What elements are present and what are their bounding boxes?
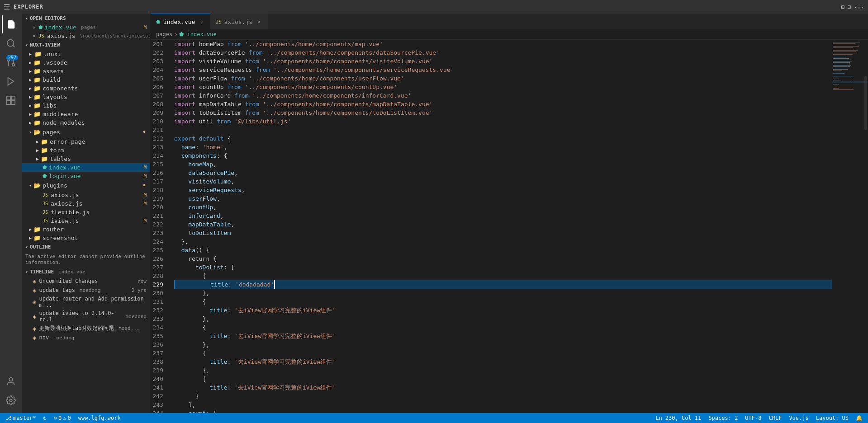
status-branch[interactable]: ⎇ master* bbox=[4, 415, 38, 421]
status-errors[interactable]: ⊗ 0 ⚠ 0 bbox=[52, 415, 73, 421]
status-language[interactable]: Vue.js bbox=[787, 415, 810, 421]
tab-index-vue[interactable]: ⬟ index.vue ✕ bbox=[151, 14, 210, 29]
code-line[interactable]: export default { bbox=[174, 134, 832, 143]
folder-plugins[interactable]: ▾ 📂 plugins • bbox=[22, 180, 150, 191]
open-editor-index-vue[interactable]: ✕ ⬟ index.vue pages M bbox=[22, 23, 150, 32]
code-line[interactable]: ], bbox=[174, 400, 832, 409]
status-layout[interactable]: Layout: US bbox=[814, 415, 850, 421]
folder-pages[interactable]: ▾ 📂 pages • bbox=[22, 127, 150, 137]
status-spaces[interactable]: Spaces: 2 bbox=[707, 415, 740, 421]
code-line[interactable]: import countUp from '../components/home/… bbox=[174, 83, 832, 91]
code-line[interactable]: import inforCard from '../components/hom… bbox=[174, 91, 832, 100]
folder-vscode[interactable]: ▶ 📁 .vscode bbox=[22, 58, 150, 67]
layout-icon[interactable]: ⊞ bbox=[841, 4, 845, 10]
code-line[interactable]: toDoList: [ bbox=[174, 263, 832, 272]
status-bell[interactable]: 🔔 bbox=[854, 415, 864, 421]
folder-layouts[interactable]: ▶ 📁 layouts bbox=[22, 93, 150, 101]
file-axios2-js[interactable]: JS axios2.js M bbox=[22, 199, 150, 208]
file-axios-js[interactable]: JS axios.js M bbox=[22, 191, 150, 199]
open-editor-axios-js[interactable]: ✕ JS axios.js \root\nuxtjs\nuxt-iview\pl… bbox=[22, 32, 150, 40]
folder-form[interactable]: ▶ 📁 form bbox=[22, 146, 150, 155]
status-encoding[interactable]: UTF-8 bbox=[743, 415, 763, 421]
folder-build[interactable]: ▶ 📁 build bbox=[22, 75, 150, 84]
code-line[interactable]: title: 'dadadadad' bbox=[174, 280, 832, 289]
code-line[interactable]: inforCard, bbox=[174, 212, 832, 220]
close-icon[interactable]: ✕ bbox=[33, 24, 36, 30]
code-line[interactable]: }, bbox=[174, 289, 832, 297]
folder-node-modules[interactable]: ▶ 📁 node_modules bbox=[22, 118, 150, 127]
code-line[interactable]: { bbox=[174, 349, 832, 357]
split-icon[interactable]: ⊟ bbox=[848, 4, 851, 10]
timeline-entry-5[interactable]: ◈ 更新导航切换tab时效起的问题 moed... bbox=[22, 324, 150, 333]
tab-axios-js[interactable]: JS axios.js ✕ bbox=[210, 14, 268, 29]
file-login-vue[interactable]: ⬟ login.vue M bbox=[22, 172, 150, 180]
status-sync[interactable]: ↻ bbox=[42, 415, 48, 421]
timeline-entry-2[interactable]: ◈ update tags moedong 2 yrs bbox=[22, 286, 150, 295]
folder-libs[interactable]: ▶ 📁 libs bbox=[22, 101, 150, 110]
folder-components[interactable]: ▶ 📁 components bbox=[22, 84, 150, 93]
code-line[interactable]: import mapDataTable from '../components/… bbox=[174, 100, 832, 108]
folder-nuxt[interactable]: ▶ 📁 .nuxt bbox=[22, 50, 150, 58]
code-line[interactable]: mapDataTable, bbox=[174, 220, 832, 229]
code-line[interactable]: import util from '@/libs/util.js' bbox=[174, 117, 832, 126]
code-line[interactable]: homeMap, bbox=[174, 160, 832, 169]
code-line[interactable]: return { bbox=[174, 254, 832, 263]
code-line[interactable]: }, bbox=[174, 315, 832, 323]
timeline-entry-4[interactable]: ◈ update iview to 2.14.0-rc.1 moedong bbox=[22, 309, 150, 324]
timeline-entry-6[interactable]: ◈ nav moedong bbox=[22, 333, 150, 342]
code-line[interactable]: countUp, bbox=[174, 203, 832, 212]
code-line[interactable]: components: { bbox=[174, 151, 832, 160]
close-icon-2[interactable]: ✕ bbox=[33, 33, 36, 39]
code-line[interactable]: import serviceRequests from '../componen… bbox=[174, 66, 832, 74]
folder-assets[interactable]: ▶ 📁 assets bbox=[22, 67, 150, 75]
menu-icon[interactable]: ☰ bbox=[4, 3, 10, 11]
code-line[interactable]: }, bbox=[174, 340, 832, 349]
activity-debug[interactable] bbox=[2, 72, 20, 90]
more-icon[interactable]: ··· bbox=[854, 4, 864, 10]
status-position[interactable]: Ln 230, Col 11 bbox=[654, 415, 703, 421]
activity-search[interactable] bbox=[2, 34, 20, 52]
code-line[interactable] bbox=[174, 126, 832, 134]
tab-close-axios[interactable]: ✕ bbox=[255, 18, 262, 25]
code-line[interactable]: { bbox=[174, 375, 832, 383]
activity-extensions[interactable] bbox=[2, 91, 20, 109]
status-line-ending[interactable]: CRLF bbox=[767, 415, 783, 421]
code-line[interactable]: visiteVolume, bbox=[174, 177, 832, 186]
code-line[interactable]: import toDoListItem from '../components/… bbox=[174, 108, 832, 117]
code-line[interactable]: import dataSourcePie from '../components… bbox=[174, 48, 832, 57]
code-line[interactable]: toDoListItem bbox=[174, 229, 832, 237]
folder-tables[interactable]: ▶ 📁 tables bbox=[22, 155, 150, 163]
file-iview-js[interactable]: JS iview.js M bbox=[22, 216, 150, 225]
code-line[interactable]: { bbox=[174, 272, 832, 280]
code-line[interactable]: { bbox=[174, 297, 832, 306]
file-index-vue[interactable]: ⬟ index.vue M bbox=[22, 163, 150, 172]
code-line[interactable]: import visiteVolume from '../components/… bbox=[174, 57, 832, 66]
activity-source-control[interactable]: 297 bbox=[2, 53, 20, 71]
open-editors-header[interactable]: ▾ OPEN EDITORS bbox=[22, 14, 150, 23]
code-editor[interactable]: 2012022032042052062072082092102112122132… bbox=[151, 40, 868, 413]
code-line[interactable]: } bbox=[174, 392, 832, 400]
code-line[interactable]: userFlow, bbox=[174, 194, 832, 203]
outline-header[interactable]: ▾ OUTLINE bbox=[22, 242, 150, 252]
code-content[interactable]: import homeMap from '../components/home/… bbox=[172, 40, 832, 413]
code-line[interactable]: title: '去iView官网学习完整的iView组件' bbox=[174, 306, 832, 315]
code-line[interactable]: }, bbox=[174, 366, 832, 375]
code-line[interactable]: }, bbox=[174, 237, 832, 246]
code-line[interactable]: name: 'home', bbox=[174, 143, 832, 151]
code-line[interactable]: serviceRequests, bbox=[174, 186, 832, 194]
nuxt-iview-header[interactable]: ▾ NUXT-IVIEW bbox=[22, 40, 150, 50]
timeline-header[interactable]: ▾ TIMELINE index.vue bbox=[22, 267, 150, 277]
code-line[interactable]: title: '去iView官网学习完整的iView组件' bbox=[174, 357, 832, 366]
breadcrumb-file[interactable]: ⬟ index.vue bbox=[179, 31, 216, 38]
folder-error-page[interactable]: ▶ 📁 error-page bbox=[22, 137, 150, 146]
code-line[interactable]: count: { bbox=[174, 409, 832, 413]
status-website[interactable]: www.lgfq.work bbox=[76, 415, 123, 421]
code-line[interactable]: import userFlow from '../components/home… bbox=[174, 74, 832, 83]
folder-router[interactable]: ▶ 📁 router bbox=[22, 225, 150, 234]
activity-account[interactable] bbox=[2, 372, 20, 390]
code-line[interactable]: dataSourcePie, bbox=[174, 169, 832, 177]
timeline-entry-1[interactable]: ◈ Uncommited Changes now bbox=[22, 277, 150, 286]
breadcrumb-pages[interactable]: pages bbox=[156, 31, 172, 38]
folder-screenshot[interactable]: ▶ 📁 screenshot bbox=[22, 234, 150, 242]
file-flexible-js[interactable]: JS flexible.js bbox=[22, 208, 150, 216]
